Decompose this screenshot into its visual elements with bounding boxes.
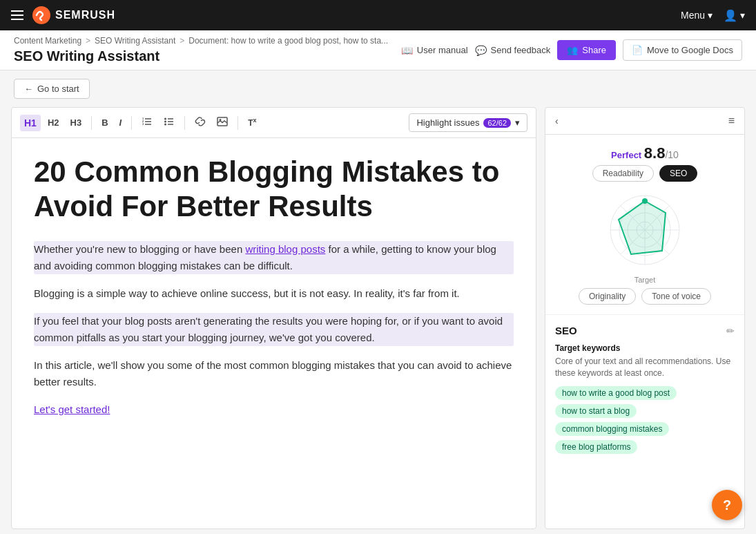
- paragraph-2: Blogging is a simple way to achieve onli…: [34, 285, 514, 302]
- breadcrumb-seo-writing-assistant[interactable]: SEO Writing Assistant: [95, 36, 175, 46]
- seo-tab[interactable]: SEO: [659, 165, 697, 182]
- seo-edit-button[interactable]: ✏: [726, 325, 735, 336]
- editor-toolbar: H1 H2 H3 B I 1 2 3: [12, 108, 536, 138]
- h3-button[interactable]: H3: [66, 115, 86, 131]
- panel-more-button[interactable]: ≡: [728, 115, 735, 127]
- h2-button[interactable]: H2: [43, 115, 64, 131]
- seo-title: SEO: [555, 325, 577, 336]
- share-button[interactable]: 👥 Share: [557, 40, 616, 60]
- document-title: 20 Common Blogging Mistakes to Avoid For…: [34, 155, 514, 225]
- paragraph-3: If you feel that your blog posts aren't …: [34, 313, 514, 346]
- keyword-tags: how to write a good blog post how to sta…: [555, 386, 735, 454]
- hamburger-menu[interactable]: [11, 10, 23, 20]
- user-manual-button[interactable]: 📖 User manual: [401, 45, 468, 56]
- radar-chart: Target: [603, 189, 686, 271]
- semrush-logo-icon: [32, 6, 51, 25]
- go-to-start-button[interactable]: ← Go to start: [14, 79, 90, 99]
- toolbar-separator-1: [91, 116, 92, 130]
- menu-button[interactable]: Menu ▾: [681, 10, 713, 21]
- semrush-logo: SEMRUSH: [32, 6, 115, 25]
- top-navigation: SEMRUSH Menu ▾ 👤 ▾: [0, 0, 756, 30]
- user-button[interactable]: 👤 ▾: [724, 9, 745, 22]
- image-button[interactable]: [213, 113, 232, 132]
- target-keywords-description: Core of your text and all recommendation…: [555, 356, 735, 379]
- page-header: Content Marketing > SEO Writing Assistan…: [0, 30, 756, 70]
- target-keywords-label: Target keywords: [555, 343, 735, 353]
- toolbar-separator-2: [131, 116, 132, 130]
- main-layout: H1 H2 H3 B I 1 2 3: [0, 107, 756, 534]
- paragraph-4: In this article, we'll show you some of …: [34, 357, 514, 390]
- toolbar-separator-4: [238, 116, 238, 130]
- semrush-logo-text: SEMRUSH: [55, 9, 115, 21]
- originality-tab[interactable]: Originality: [579, 288, 636, 305]
- unordered-list-button[interactable]: [159, 113, 179, 132]
- ordered-list-button[interactable]: 1 2 3: [137, 113, 157, 132]
- tone-of-voice-tab[interactable]: Tone of voice: [641, 288, 711, 305]
- toolbar-separator-3: [184, 116, 185, 130]
- breadcrumb: Content Marketing > SEO Writing Assistan…: [14, 36, 388, 46]
- nav-left: SEMRUSH: [11, 6, 115, 25]
- editor-content[interactable]: 20 Common Blogging Mistakes to Avoid For…: [12, 138, 536, 528]
- svg-point-7: [164, 118, 166, 120]
- nav-right: Menu ▾ 👤 ▾: [681, 9, 745, 22]
- svg-point-8: [164, 121, 166, 123]
- keyword-tag-4[interactable]: free blog platforms: [555, 440, 637, 454]
- right-panel-header: ‹ ≡: [545, 108, 744, 135]
- page-title: SEO Writing Assistant: [14, 48, 388, 64]
- editor-panel: H1 H2 H3 B I 1 2 3: [11, 107, 536, 529]
- writing-blog-posts-link[interactable]: writing blog posts: [245, 243, 325, 255]
- score-tabs: Readability SEO: [555, 165, 735, 182]
- radar-svg: [603, 189, 686, 271]
- move-to-docs-button[interactable]: 📄 Move to Google Docs: [623, 39, 742, 61]
- bold-button[interactable]: B: [97, 115, 112, 131]
- paragraph-1: Whether you're new to blogging or have b…: [34, 241, 514, 274]
- help-button[interactable]: ?: [712, 490, 742, 520]
- keyword-tag-3[interactable]: common blogging mistakes: [555, 422, 669, 436]
- keyword-tag-1[interactable]: how to write a good blog post: [555, 386, 677, 400]
- highlight-issues-button[interactable]: Highlight issues 62/62 ▾: [409, 113, 527, 132]
- svg-point-0: [32, 6, 50, 24]
- score-label: Perfect 8.8/10: [555, 144, 735, 162]
- italic-button[interactable]: I: [115, 115, 126, 131]
- seo-header: SEO ✏: [555, 325, 735, 336]
- h1-button[interactable]: H1: [20, 115, 41, 131]
- link-button[interactable]: [191, 113, 210, 132]
- readability-tab[interactable]: Readability: [592, 165, 654, 182]
- keyword-tag-2[interactable]: how to start a blog: [555, 404, 637, 418]
- clear-format-button[interactable]: Tx: [244, 114, 260, 131]
- send-feedback-button[interactable]: 💬 Send feedback: [475, 45, 551, 56]
- svg-point-9: [164, 124, 166, 126]
- panel-collapse-button[interactable]: ‹: [555, 115, 559, 126]
- right-panel: ‹ ≡ Perfect 8.8/10 Readability SEO: [545, 107, 745, 529]
- paragraph-5: Let's get started!: [34, 401, 514, 418]
- svg-point-24: [642, 198, 648, 204]
- svg-marker-23: [619, 201, 666, 254]
- sub-header: ← Go to start: [0, 70, 756, 107]
- header-left: Content Marketing > SEO Writing Assistan…: [14, 36, 388, 64]
- svg-text:3: 3: [142, 122, 144, 126]
- header-right: 📖 User manual 💬 Send feedback 👥 Share 📄 …: [401, 39, 742, 61]
- score-section: Perfect 8.8/10 Readability SEO: [545, 135, 744, 315]
- sub-tabs: Originality Tone of voice: [555, 288, 735, 305]
- breadcrumb-content-marketing[interactable]: Content Marketing: [14, 36, 81, 46]
- radar-target-label: Target: [634, 276, 656, 284]
- breadcrumb-document: Document: how to write a good blog post,…: [188, 36, 388, 46]
